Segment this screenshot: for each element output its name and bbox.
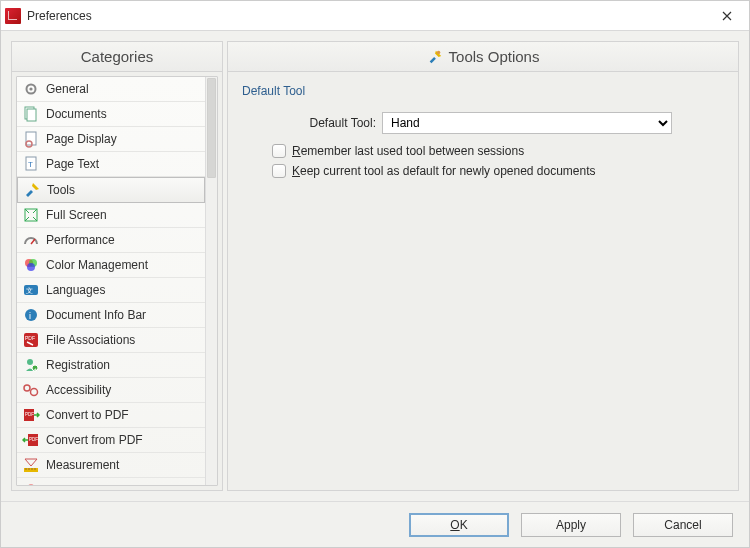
category-item-label: Accessibility [46,383,111,397]
preferences-window: Preferences Categories GeneralDocumentsP… [0,0,750,548]
svg-text:PDF: PDF [25,335,35,341]
category-item-document-info-bar[interactable]: iDocument Info Bar [17,303,205,328]
group-title: Default Tool [242,84,724,98]
svg-text:T: T [28,160,33,169]
category-item-label: Registration [46,358,110,372]
languages-icon: 文 [22,281,40,299]
options-header: Tools Options [228,42,738,72]
file-associations-icon: PDF [22,331,40,349]
category-item-label: File Associations [46,333,135,347]
titlebar: Preferences [1,1,749,31]
category-item-label: Languages [46,283,105,297]
svg-text:文: 文 [26,287,33,294]
category-item-label: Performance [46,233,115,247]
default-tool-label: Default Tool: [242,116,382,130]
svg-rect-3 [27,109,36,121]
apply-button[interactable]: Apply [521,513,621,537]
page-display-icon [22,130,40,148]
categories-panel: Categories GeneralDocumentsPage DisplayT… [11,41,223,491]
svg-point-22 [24,385,30,391]
category-item-color-management[interactable]: Color Management [17,253,205,278]
ok-button[interactable]: OK [409,513,509,537]
svg-rect-4 [26,132,36,145]
category-item-label: General [46,82,89,96]
categories-header: Categories [12,42,222,72]
tools-icon [427,49,443,65]
category-item-page-text[interactable]: TPage Text [17,152,205,177]
category-item-label: Convert to PDF [46,408,129,422]
category-item-label: Identity [46,483,85,485]
category-item-measurement[interactable]: Measurement [17,453,205,478]
svg-point-30 [436,50,440,54]
measurement-icon [22,456,40,474]
categories-list: GeneralDocumentsPage DisplayTPage TextTo… [16,76,218,486]
keep-current-tool-label[interactable]: Keep current tool as default for newly o… [292,164,596,178]
category-item-accessibility[interactable]: Accessibility [17,378,205,403]
category-item-convert-from-pdf[interactable]: PDFConvert from PDF [17,428,205,453]
remember-tool-checkbox[interactable] [272,144,286,158]
category-item-full-screen[interactable]: Full Screen [17,203,205,228]
close-icon [722,11,732,21]
category-item-general[interactable]: General [17,77,205,102]
close-button[interactable] [704,1,749,31]
scrollbar-track[interactable] [205,77,217,485]
identity-icon [22,481,40,485]
svg-point-12 [27,263,35,271]
cancel-button[interactable]: Cancel [633,513,733,537]
category-item-performance[interactable]: Performance [17,228,205,253]
svg-point-1 [29,87,32,90]
app-icon [5,8,21,24]
svg-text:PDF: PDF [29,437,38,442]
accessibility-icon [22,381,40,399]
page-text-icon: T [22,155,40,173]
category-item-label: Documents [46,107,107,121]
doc-info-bar-icon: i [22,306,40,324]
svg-text:i: i [29,311,31,321]
category-item-label: Page Display [46,132,117,146]
category-item-label: Document Info Bar [46,308,146,322]
svg-point-29 [28,484,34,485]
category-item-file-associations[interactable]: PDFFile Associations [17,328,205,353]
window-title: Preferences [27,9,92,23]
fullscreen-icon [22,206,40,224]
default-tool-row: Default Tool: Hand [242,112,724,134]
category-item-label: Tools [47,183,75,197]
svg-text:PDF: PDF [25,412,34,417]
convert-from-pdf-icon: PDF [22,431,40,449]
remember-tool-row: Remember last used tool between sessions [272,144,724,158]
svg-line-9 [31,239,35,244]
content-area: Categories GeneralDocumentsPage DisplayT… [1,31,749,501]
svg-point-19 [27,359,33,365]
category-item-registration[interactable]: +Registration [17,353,205,378]
gear-icon [22,80,40,98]
color-management-icon [22,256,40,274]
default-tool-select[interactable]: Hand [382,112,672,134]
documents-icon [22,105,40,123]
options-content: Default Tool Default Tool: Hand Remember… [228,72,738,490]
tools-icon [23,181,41,199]
category-item-label: Full Screen [46,208,107,222]
footer: OK Apply Cancel [1,501,749,547]
category-item-tools[interactable]: Tools [17,177,205,203]
category-item-languages[interactable]: 文Languages [17,278,205,303]
performance-icon [22,231,40,249]
category-item-identity[interactable]: Identity [17,478,205,485]
category-item-convert-to-pdf[interactable]: PDFConvert to PDF [17,403,205,428]
options-panel: Tools Options Default Tool Default Tool:… [227,41,739,491]
scrollbar-thumb[interactable] [207,78,216,178]
keep-current-tool-row: Keep current tool as default for newly o… [272,164,724,178]
category-item-page-display[interactable]: Page Display [17,127,205,152]
registration-icon: + [22,356,40,374]
convert-to-pdf-icon: PDF [22,406,40,424]
category-item-label: Page Text [46,157,99,171]
svg-text:+: + [34,366,38,372]
category-item-label: Color Management [46,258,148,272]
category-item-documents[interactable]: Documents [17,102,205,127]
keep-current-tool-checkbox[interactable] [272,164,286,178]
svg-point-15 [25,309,37,321]
svg-point-23 [31,389,38,396]
category-item-label: Convert from PDF [46,433,143,447]
remember-tool-label[interactable]: Remember last used tool between sessions [292,144,524,158]
category-item-label: Measurement [46,458,119,472]
